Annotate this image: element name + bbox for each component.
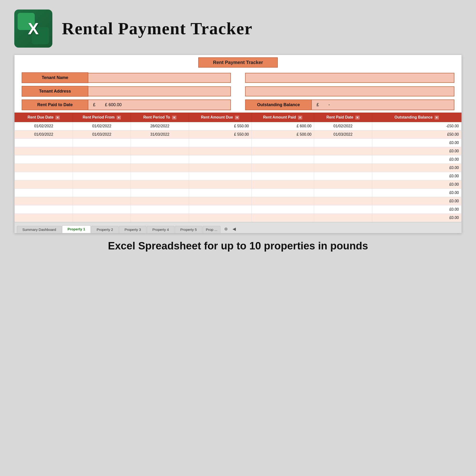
table-cell[interactable]: 01/03/2022 (73, 130, 131, 139)
table-cell[interactable] (73, 139, 131, 147)
table-cell[interactable] (73, 180, 131, 189)
table-cell[interactable]: £50.00 (372, 130, 461, 139)
col-rent-amount-due[interactable]: Rent Amount Due ▼ (189, 113, 252, 122)
table-cell[interactable]: £0.00 (372, 139, 461, 147)
table-cell[interactable]: £0.00 (372, 214, 461, 222)
table-cell[interactable]: £ 550.00 (189, 122, 252, 130)
table-cell[interactable] (131, 155, 189, 164)
col-rent-period-from-filter[interactable]: ▼ (117, 116, 121, 119)
table-cell[interactable] (251, 139, 314, 147)
table-cell[interactable] (131, 197, 189, 205)
table-cell[interactable] (314, 189, 372, 197)
table-cell[interactable]: 01/02/2022 (73, 122, 131, 130)
table-cell[interactable]: £0.00 (372, 197, 461, 205)
col-rent-period-from[interactable]: Rent Period From ▼ (73, 113, 131, 122)
table-cell[interactable] (189, 205, 252, 214)
table-cell[interactable] (251, 189, 314, 197)
tab-property-2[interactable]: Property 2 (91, 226, 119, 233)
table-cell[interactable]: 01/03/2022 (314, 130, 372, 139)
col-rent-due-date[interactable]: Rent Due Date ▼ (15, 113, 73, 122)
table-cell[interactable] (15, 205, 73, 214)
tab-nav-arrow[interactable]: ◀ (231, 225, 238, 233)
table-cell[interactable] (131, 139, 189, 147)
tenant-address-value[interactable] (88, 86, 231, 96)
col-outstanding-balance[interactable]: Outstanding Balance ▼ (372, 113, 461, 122)
table-cell[interactable] (314, 147, 372, 155)
rent-paid-value[interactable]: £ £ 600.00 (88, 100, 231, 110)
table-cell[interactable]: £ 600.00 (251, 122, 314, 130)
col-rent-due-date-filter[interactable]: ▼ (55, 116, 60, 119)
table-cell[interactable]: 28/02/2022 (131, 122, 189, 130)
tenant-name-right-value[interactable] (245, 73, 454, 83)
table-cell[interactable]: 01/03/2022 (15, 130, 73, 139)
table-cell[interactable] (314, 214, 372, 222)
table-cell[interactable] (251, 205, 314, 214)
table-cell[interactable]: £0.00 (372, 155, 461, 164)
table-cell[interactable] (73, 205, 131, 214)
table-cell[interactable] (189, 139, 252, 147)
table-cell[interactable] (189, 189, 252, 197)
table-cell[interactable] (131, 214, 189, 222)
col-rent-period-to[interactable]: Rent Period To ▼ (131, 113, 189, 122)
table-cell[interactable]: £0.00 (372, 189, 461, 197)
table-cell[interactable] (131, 205, 189, 214)
table-cell[interactable]: £ 550.00 (189, 130, 252, 139)
table-cell[interactable] (15, 180, 73, 189)
table-cell[interactable]: £0.00 (372, 172, 461, 180)
tab-property-3[interactable]: Property 3 (119, 226, 146, 233)
table-cell[interactable]: -£50.00 (372, 122, 461, 130)
table-cell[interactable]: £ 500.00 (251, 130, 314, 139)
col-outstanding-balance-filter[interactable]: ▼ (435, 116, 439, 119)
table-cell[interactable] (251, 180, 314, 189)
table-cell[interactable] (73, 164, 131, 172)
tenant-name-value[interactable] (88, 73, 231, 83)
tab-add-button[interactable]: ⊕ (222, 225, 230, 233)
table-cell[interactable] (314, 139, 372, 147)
table-cell[interactable] (15, 197, 73, 205)
col-rent-period-to-filter[interactable]: ▼ (172, 116, 176, 119)
table-cell[interactable]: £0.00 (372, 180, 461, 189)
table-cell[interactable] (189, 147, 252, 155)
table-cell[interactable] (189, 172, 252, 180)
table-cell[interactable]: £0.00 (372, 205, 461, 214)
col-rent-amount-paid[interactable]: Rent Amount Paid ▼ (251, 113, 314, 122)
table-cell[interactable] (15, 189, 73, 197)
table-cell[interactable] (15, 155, 73, 164)
table-cell[interactable] (73, 155, 131, 164)
col-rent-amount-paid-filter[interactable]: ▼ (298, 116, 302, 119)
table-cell[interactable] (314, 172, 372, 180)
tenant-address-right-value[interactable] (245, 86, 454, 96)
table-cell[interactable] (131, 189, 189, 197)
table-cell[interactable] (314, 180, 372, 189)
table-cell[interactable]: 31/03/2022 (131, 130, 189, 139)
tab-property-5[interactable]: Property 5 (175, 226, 202, 233)
table-cell[interactable] (131, 147, 189, 155)
outstanding-value[interactable]: £ - (312, 100, 454, 110)
col-rent-paid-date[interactable]: Rent Paid Date ▼ (314, 113, 372, 122)
table-cell[interactable] (251, 147, 314, 155)
tab-summary-dashboard[interactable]: Summary Dashboard (17, 226, 62, 233)
table-cell[interactable] (251, 172, 314, 180)
table-cell[interactable] (251, 164, 314, 172)
table-cell[interactable] (189, 155, 252, 164)
table-cell[interactable] (314, 205, 372, 214)
table-cell[interactable]: 01/02/2022 (15, 122, 73, 130)
table-cell[interactable] (73, 189, 131, 197)
table-cell[interactable]: £0.00 (372, 147, 461, 155)
table-cell[interactable] (15, 214, 73, 222)
table-cell[interactable] (131, 172, 189, 180)
table-cell[interactable] (314, 164, 372, 172)
table-cell[interactable] (131, 180, 189, 189)
table-cell[interactable] (73, 197, 131, 205)
table-cell[interactable]: 01/02/2022 (314, 122, 372, 130)
tab-property-1[interactable]: Property 1 (62, 225, 91, 233)
table-cell[interactable] (189, 214, 252, 222)
table-cell[interactable] (73, 172, 131, 180)
table-cell[interactable] (15, 172, 73, 180)
table-cell[interactable] (314, 155, 372, 164)
table-cell[interactable]: £0.00 (372, 164, 461, 172)
table-cell[interactable] (251, 155, 314, 164)
table-cell[interactable] (15, 147, 73, 155)
table-cell[interactable] (251, 214, 314, 222)
table-cell[interactable] (73, 214, 131, 222)
